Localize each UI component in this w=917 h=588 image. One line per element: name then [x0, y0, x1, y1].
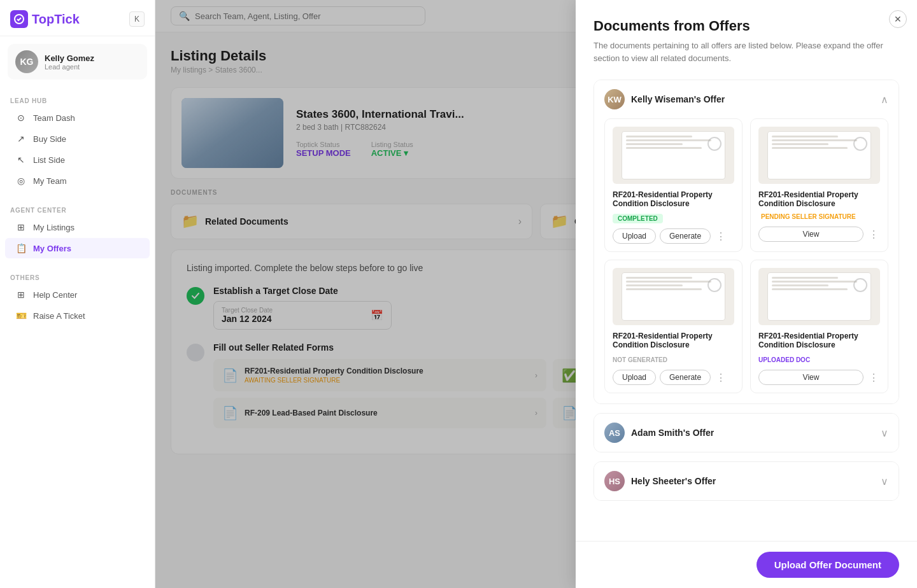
agent-center-label: AGENT CENTER — [0, 202, 155, 216]
doc-status: COMPLETED — [613, 214, 663, 223]
more-options-button[interactable]: ⋮ — [714, 370, 727, 385]
others-section: OTHERS ⊞ Help Center 🎫 Raise A Ticket — [0, 264, 155, 332]
offer-name: Kelly Wiseman's Offer — [631, 94, 725, 104]
doc-seal — [707, 137, 722, 151]
offer-avatar: KW — [604, 89, 625, 109]
help-center-icon: ⊞ — [15, 290, 27, 300]
sidebar-item-my-offers[interactable]: 📋 My Offers — [5, 238, 150, 258]
doc-seal — [853, 137, 867, 151]
doc-thumbnail — [613, 268, 734, 325]
doc-actions: Upload Generate ⋮ — [613, 228, 734, 244]
view-button[interactable]: View — [758, 227, 864, 242]
modal-description: The documents pertaining to all offers a… — [594, 39, 899, 64]
user-card[interactable]: KG Kelly Gomez Lead agent — [8, 44, 147, 80]
others-label: OTHERS — [0, 269, 155, 284]
doc-item-4: RF201-Residential Property Condition Dis… — [750, 260, 888, 393]
user-info: Kelly Gomez Lead agent — [45, 53, 94, 71]
offer-name: Adam Smith's Offer — [631, 428, 714, 438]
sidebar-item-label: My Listings — [33, 223, 75, 232]
agent-center-section: AGENT CENTER ⊞ My Listings 📋 My Offers — [0, 197, 155, 264]
generate-button[interactable]: Generate — [660, 370, 711, 385]
sidebar-item-list-side[interactable]: ↖ List Side — [5, 150, 150, 170]
modal-header: Documents from Offers The documents pert… — [576, 0, 917, 72]
my-offers-icon: 📋 — [15, 243, 27, 253]
my-team-icon: ◎ — [15, 176, 27, 186]
offer-avatar: AS — [604, 423, 625, 443]
sidebar-logo: TopTick K — [0, 0, 155, 36]
modal-panel: ✕ Documents from Offers The documents pe… — [576, 0, 917, 588]
doc-thumbnail — [758, 127, 880, 184]
list-side-icon: ↖ — [15, 155, 27, 165]
offer-avatar: HS — [604, 471, 625, 491]
sidebar-item-help-center[interactable]: ⊞ Help Center — [5, 284, 150, 305]
upload-button[interactable]: Upload — [613, 370, 656, 385]
offer-header-hely-sheeter[interactable]: HS Hely Sheeter's Offer ∨ — [594, 462, 899, 500]
my-listings-icon: ⊞ — [15, 222, 27, 232]
doc-title: RF201-Residential Property Condition Dis… — [613, 332, 734, 349]
doc-title: RF201-Residential Property Condition Dis… — [758, 332, 880, 349]
offer-person: HS Hely Sheeter's Offer — [604, 471, 716, 491]
view-button[interactable]: View — [758, 370, 864, 385]
sidebar-item-label: My Team — [33, 176, 67, 186]
avatar-image: KG — [15, 50, 38, 73]
sidebar-item-buy-side[interactable]: ↗ Buy Side — [5, 129, 150, 149]
sidebar-item-my-team[interactable]: ◎ My Team — [5, 171, 150, 191]
modal-close-button[interactable]: ✕ — [889, 10, 907, 28]
doc-item-1: RF201-Residential Property Condition Dis… — [604, 118, 743, 252]
offer-person: AS Adam Smith's Offer — [604, 423, 714, 443]
sidebar-item-label: My Offers — [33, 244, 71, 253]
doc-actions: Upload Generate ⋮ — [613, 370, 734, 385]
modal-footer: Upload Offer Document — [576, 541, 917, 588]
more-options-button[interactable]: ⋮ — [867, 227, 880, 242]
doc-thumbnail — [758, 268, 880, 325]
more-options-button[interactable]: ⋮ — [714, 229, 727, 244]
user-role: Lead agent — [45, 63, 94, 71]
offer-expand-button[interactable]: ∨ — [881, 427, 888, 439]
offer-section-hely-sheeter: HS Hely Sheeter's Offer ∨ — [594, 461, 899, 501]
doc-status: NOT GENERATED — [613, 355, 667, 365]
upload-button[interactable]: Upload — [613, 228, 656, 244]
doc-title: RF201-Residential Property Condition Dis… — [613, 190, 734, 208]
sidebar-item-label: Buy Side — [33, 134, 66, 144]
generate-button[interactable]: Generate — [660, 228, 711, 244]
sidebar-item-label: Team Dash — [33, 113, 75, 123]
buy-side-icon: ↗ — [15, 134, 27, 144]
offer-section-kelly-wiseman: KW Kelly Wiseman's Offer ∧ — [594, 80, 899, 404]
modal-title: Documents from Offers — [594, 18, 899, 34]
offer-section-adam-smith: AS Adam Smith's Offer ∨ — [594, 413, 899, 452]
offer-collapse-button[interactable]: ∧ — [881, 94, 888, 106]
doc-title: RF201-Residential Property Condition Dis… — [758, 190, 880, 208]
app-logo[interactable]: TopTick — [10, 10, 80, 28]
doc-status: UPLOADED DOC — [758, 355, 810, 365]
doc-seal — [707, 278, 722, 292]
doc-item-2: RF201-Residential Property Condition Dis… — [750, 118, 888, 252]
lead-hub-section: LEAD HUB ⊙ Team Dash ↗ Buy Side ↖ List S… — [0, 87, 155, 197]
collapse-button[interactable]: K — [129, 11, 145, 27]
offer-docs-grid: RF201-Residential Property Condition Dis… — [594, 118, 899, 403]
sidebar-item-team-dash[interactable]: ⊙ Team Dash — [5, 108, 150, 128]
user-name: Kelly Gomez — [45, 53, 94, 63]
doc-seal — [853, 278, 867, 292]
offer-expand-button[interactable]: ∨ — [881, 475, 888, 487]
offer-name: Hely Sheeter's Offer — [631, 476, 716, 486]
team-dash-icon: ⊙ — [15, 113, 27, 123]
more-options-button[interactable]: ⋮ — [867, 370, 880, 385]
logo-icon — [10, 10, 28, 28]
doc-item-3: RF201-Residential Property Condition Dis… — [604, 260, 743, 393]
sidebar-item-label: List Side — [33, 155, 65, 165]
sidebar: TopTick K KG Kelly Gomez Lead agent LEAD… — [0, 0, 155, 588]
sidebar-item-label: Raise A Ticket — [33, 311, 85, 321]
offer-person: KW Kelly Wiseman's Offer — [604, 89, 725, 109]
avatar: KG — [15, 50, 38, 73]
doc-actions: View ⋮ — [758, 370, 880, 385]
upload-offer-document-button[interactable]: Upload Offer Document — [757, 552, 899, 578]
sidebar-item-raise-ticket[interactable]: 🎫 Raise A Ticket — [5, 305, 150, 326]
offer-header-kelly-wiseman[interactable]: KW Kelly Wiseman's Offer ∧ — [594, 80, 899, 118]
modal-body: KW Kelly Wiseman's Offer ∧ — [576, 72, 917, 541]
offer-header-adam-smith[interactable]: AS Adam Smith's Offer ∨ — [594, 414, 899, 452]
raise-ticket-icon: 🎫 — [15, 311, 27, 321]
lead-hub-label: LEAD HUB — [0, 92, 155, 107]
doc-actions: View ⋮ — [758, 227, 880, 242]
sidebar-item-my-listings[interactable]: ⊞ My Listings — [5, 217, 150, 237]
sidebar-item-label: Help Center — [33, 290, 77, 300]
